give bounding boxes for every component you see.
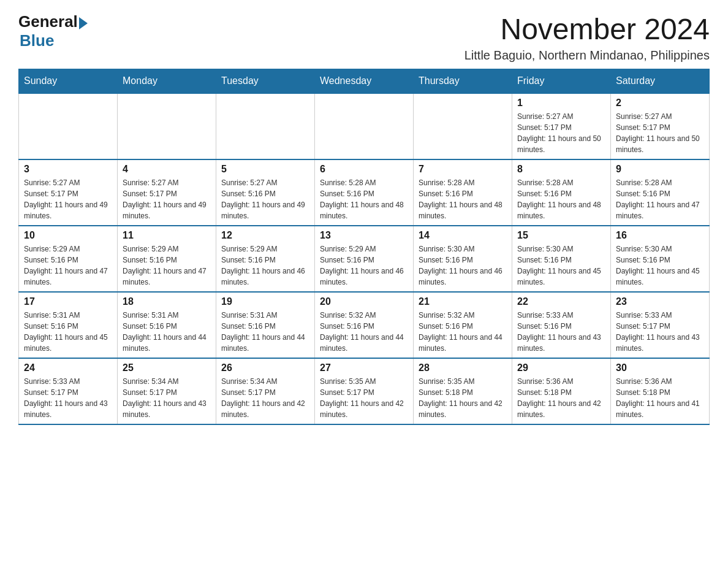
calendar-cell: 18Sunrise: 5:31 AM Sunset: 5:16 PM Dayli… xyxy=(118,292,216,358)
calendar-cell: 25Sunrise: 5:34 AM Sunset: 5:17 PM Dayli… xyxy=(118,358,216,424)
calendar-week-row: 10Sunrise: 5:29 AM Sunset: 5:16 PM Dayli… xyxy=(19,226,710,292)
day-number: 15 xyxy=(517,230,605,241)
day-number: 30 xyxy=(616,362,704,373)
day-info: Sunrise: 5:29 AM Sunset: 5:16 PM Dayligh… xyxy=(221,243,309,288)
calendar-week-row: 24Sunrise: 5:33 AM Sunset: 5:17 PM Dayli… xyxy=(19,358,710,424)
day-number: 2 xyxy=(616,98,704,109)
day-info: Sunrise: 5:35 AM Sunset: 5:17 PM Dayligh… xyxy=(320,376,408,420)
day-info: Sunrise: 5:30 AM Sunset: 5:16 PM Dayligh… xyxy=(517,243,605,288)
calendar-cell: 9Sunrise: 5:28 AM Sunset: 5:16 PM Daylig… xyxy=(611,159,710,226)
calendar-cell: 6Sunrise: 5:28 AM Sunset: 5:16 PM Daylig… xyxy=(315,159,414,226)
calendar-header-tuesday: Tuesday xyxy=(216,69,315,94)
day-info: Sunrise: 5:27 AM Sunset: 5:17 PM Dayligh… xyxy=(123,177,211,221)
title-area: November 2024 Little Baguio, Northern Mi… xyxy=(464,12,710,63)
calendar-cell: 11Sunrise: 5:29 AM Sunset: 5:16 PM Dayli… xyxy=(118,226,216,292)
day-number: 1 xyxy=(517,98,605,109)
day-number: 17 xyxy=(24,296,112,307)
day-number: 12 xyxy=(221,230,309,241)
calendar-cell xyxy=(118,93,216,159)
calendar-week-row: 3Sunrise: 5:27 AM Sunset: 5:17 PM Daylig… xyxy=(19,159,710,226)
day-number: 26 xyxy=(221,362,309,373)
day-number: 11 xyxy=(123,230,211,241)
day-info: Sunrise: 5:31 AM Sunset: 5:16 PM Dayligh… xyxy=(24,310,112,354)
day-number: 29 xyxy=(517,362,605,373)
calendar-cell: 28Sunrise: 5:35 AM Sunset: 5:18 PM Dayli… xyxy=(414,358,512,424)
day-number: 9 xyxy=(616,164,704,175)
day-info: Sunrise: 5:32 AM Sunset: 5:16 PM Dayligh… xyxy=(419,310,507,354)
calendar-cell: 13Sunrise: 5:29 AM Sunset: 5:16 PM Dayli… xyxy=(315,226,414,292)
day-number: 3 xyxy=(24,164,112,175)
day-info: Sunrise: 5:28 AM Sunset: 5:16 PM Dayligh… xyxy=(320,177,408,221)
calendar-cell: 19Sunrise: 5:31 AM Sunset: 5:16 PM Dayli… xyxy=(216,292,315,358)
day-info: Sunrise: 5:31 AM Sunset: 5:16 PM Dayligh… xyxy=(123,310,211,354)
day-number: 16 xyxy=(616,230,704,241)
calendar-header-monday: Monday xyxy=(118,69,216,94)
calendar-cell xyxy=(414,93,512,159)
calendar-cell: 8Sunrise: 5:28 AM Sunset: 5:16 PM Daylig… xyxy=(512,159,611,226)
day-info: Sunrise: 5:33 AM Sunset: 5:17 PM Dayligh… xyxy=(24,376,112,420)
day-info: Sunrise: 5:30 AM Sunset: 5:16 PM Dayligh… xyxy=(616,243,704,288)
calendar-cell: 15Sunrise: 5:30 AM Sunset: 5:16 PM Dayli… xyxy=(512,226,611,292)
day-info: Sunrise: 5:34 AM Sunset: 5:17 PM Dayligh… xyxy=(221,376,309,420)
calendar-cell: 29Sunrise: 5:36 AM Sunset: 5:18 PM Dayli… xyxy=(512,358,611,424)
day-number: 23 xyxy=(616,296,704,307)
day-number: 14 xyxy=(419,230,507,241)
calendar-cell: 26Sunrise: 5:34 AM Sunset: 5:17 PM Dayli… xyxy=(216,358,315,424)
calendar-cell: 30Sunrise: 5:36 AM Sunset: 5:18 PM Dayli… xyxy=(611,358,710,424)
day-number: 10 xyxy=(24,230,112,241)
calendar-header-friday: Friday xyxy=(512,69,611,94)
calendar-cell: 20Sunrise: 5:32 AM Sunset: 5:16 PM Dayli… xyxy=(315,292,414,358)
calendar-cell: 14Sunrise: 5:30 AM Sunset: 5:16 PM Dayli… xyxy=(414,226,512,292)
calendar-cell: 27Sunrise: 5:35 AM Sunset: 5:17 PM Dayli… xyxy=(315,358,414,424)
calendar-header-sunday: Sunday xyxy=(19,69,118,94)
day-info: Sunrise: 5:27 AM Sunset: 5:17 PM Dayligh… xyxy=(616,111,704,155)
calendar-table: SundayMondayTuesdayWednesdayThursdayFrid… xyxy=(18,69,710,425)
page-header: General Blue November 2024 Little Baguio… xyxy=(18,12,710,63)
calendar-header-thursday: Thursday xyxy=(414,69,512,94)
calendar-week-row: 17Sunrise: 5:31 AM Sunset: 5:16 PM Dayli… xyxy=(19,292,710,358)
day-number: 20 xyxy=(320,296,408,307)
calendar-cell: 5Sunrise: 5:27 AM Sunset: 5:16 PM Daylig… xyxy=(216,159,315,226)
calendar-cell xyxy=(216,93,315,159)
calendar-cell: 1Sunrise: 5:27 AM Sunset: 5:17 PM Daylig… xyxy=(512,93,611,159)
logo-blue-text: Blue xyxy=(20,31,54,50)
day-number: 24 xyxy=(24,362,112,373)
day-info: Sunrise: 5:33 AM Sunset: 5:16 PM Dayligh… xyxy=(517,310,605,354)
day-number: 27 xyxy=(320,362,408,373)
calendar-cell: 10Sunrise: 5:29 AM Sunset: 5:16 PM Dayli… xyxy=(19,226,118,292)
logo-general-text: General xyxy=(18,12,78,31)
calendar-cell: 2Sunrise: 5:27 AM Sunset: 5:17 PM Daylig… xyxy=(611,93,710,159)
month-title: November 2024 xyxy=(464,12,710,46)
day-number: 8 xyxy=(517,164,605,175)
logo-arrow-icon xyxy=(79,17,88,29)
calendar-cell xyxy=(315,93,414,159)
calendar-cell: 16Sunrise: 5:30 AM Sunset: 5:16 PM Dayli… xyxy=(611,226,710,292)
day-number: 21 xyxy=(419,296,507,307)
calendar-cell: 21Sunrise: 5:32 AM Sunset: 5:16 PM Dayli… xyxy=(414,292,512,358)
day-info: Sunrise: 5:27 AM Sunset: 5:17 PM Dayligh… xyxy=(24,177,112,221)
day-info: Sunrise: 5:30 AM Sunset: 5:16 PM Dayligh… xyxy=(419,243,507,288)
calendar-cell xyxy=(19,93,118,159)
day-info: Sunrise: 5:27 AM Sunset: 5:17 PM Dayligh… xyxy=(517,111,605,155)
day-number: 5 xyxy=(221,164,309,175)
calendar-header-saturday: Saturday xyxy=(611,69,710,94)
day-info: Sunrise: 5:33 AM Sunset: 5:17 PM Dayligh… xyxy=(616,310,704,354)
day-number: 18 xyxy=(123,296,211,307)
day-info: Sunrise: 5:29 AM Sunset: 5:16 PM Dayligh… xyxy=(123,243,211,288)
calendar-cell: 7Sunrise: 5:28 AM Sunset: 5:16 PM Daylig… xyxy=(414,159,512,226)
day-info: Sunrise: 5:32 AM Sunset: 5:16 PM Dayligh… xyxy=(320,310,408,354)
day-number: 7 xyxy=(419,164,507,175)
day-number: 22 xyxy=(517,296,605,307)
location-subtitle: Little Baguio, Northern Mindanao, Philip… xyxy=(464,48,710,63)
day-info: Sunrise: 5:28 AM Sunset: 5:16 PM Dayligh… xyxy=(517,177,605,221)
day-info: Sunrise: 5:36 AM Sunset: 5:18 PM Dayligh… xyxy=(517,376,605,420)
day-number: 4 xyxy=(123,164,211,175)
day-number: 25 xyxy=(123,362,211,373)
day-number: 19 xyxy=(221,296,309,307)
day-info: Sunrise: 5:28 AM Sunset: 5:16 PM Dayligh… xyxy=(616,177,704,221)
day-info: Sunrise: 5:35 AM Sunset: 5:18 PM Dayligh… xyxy=(419,376,507,420)
calendar-cell: 4Sunrise: 5:27 AM Sunset: 5:17 PM Daylig… xyxy=(118,159,216,226)
calendar-header-row: SundayMondayTuesdayWednesdayThursdayFrid… xyxy=(19,69,710,94)
day-info: Sunrise: 5:27 AM Sunset: 5:16 PM Dayligh… xyxy=(221,177,309,221)
calendar-week-row: 1Sunrise: 5:27 AM Sunset: 5:17 PM Daylig… xyxy=(19,93,710,159)
